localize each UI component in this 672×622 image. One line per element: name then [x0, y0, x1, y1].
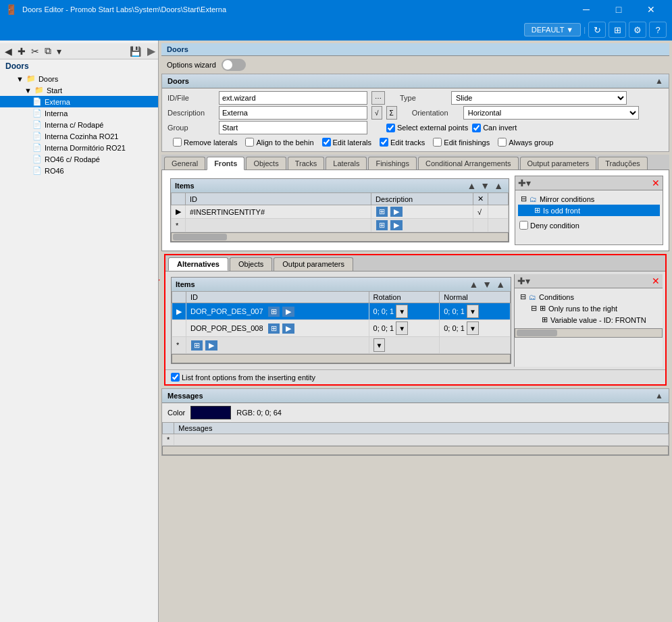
deny-condition-check[interactable]: Deny condition: [519, 221, 658, 230]
list-front-options-check[interactable]: List front options from the inserting en…: [171, 373, 660, 382]
row-arrow-button[interactable]: ▶: [390, 207, 403, 217]
tab-traducoes[interactable]: Traduções: [598, 157, 648, 170]
items-collapse-button[interactable]: ▲: [492, 180, 505, 191]
sidebar-save-button[interactable]: 💾: [128, 45, 143, 57]
sidebar-copy-button[interactable]: ⧉: [43, 45, 53, 57]
is-odd-front-item[interactable]: ⊞ Is odd front: [518, 205, 660, 216]
sidebar-item-interna-cozinha[interactable]: 📄 Interna Cozinha RO21: [0, 130, 158, 142]
empty-browse-alt-button[interactable]: ⊞: [191, 340, 203, 351]
row-browse-1-button[interactable]: ⊞: [268, 307, 280, 317]
row-arrow-2-button[interactable]: ▶: [282, 323, 294, 334]
row-browse-2-button[interactable]: ⊞: [268, 323, 280, 334]
row-normal[interactable]: 0; 0; 1 ▼: [440, 320, 511, 337]
tab-laterals[interactable]: Laterals: [326, 157, 367, 170]
edit-finishings-check[interactable]: Edit finishings: [433, 138, 490, 147]
right-delete-button[interactable]: ✕: [650, 178, 661, 188]
variable-value-item[interactable]: ⊞ Variable value - ID: FRONTN: [517, 314, 660, 326]
row-id[interactable]: DOR_POR_DES_008 ⊞ ▶: [186, 320, 369, 337]
normal-dropdown-1[interactable]: ▼: [467, 305, 479, 318]
sidebar-item-externa[interactable]: 📄 Externa: [0, 96, 158, 107]
row-id[interactable]: #INSERTINGENTITY#: [186, 205, 371, 219]
items-up-button[interactable]: ▲: [465, 180, 477, 191]
sidebar-item-interna-dormitorio[interactable]: 📄 Interna Dormitório RO21: [0, 142, 158, 153]
description-input[interactable]: [219, 106, 367, 120]
conditions-item[interactable]: ⊟ 🗂 Conditions: [517, 291, 660, 303]
row-arrow-1-button[interactable]: ▶: [282, 307, 294, 317]
empty-arrow-alt-button[interactable]: ▶: [205, 340, 217, 351]
color-swatch[interactable]: [190, 406, 231, 419]
rotation-dropdown-2[interactable]: ▼: [396, 321, 408, 335]
tab-conditional-arrangements[interactable]: Conditional Arrangements: [418, 157, 519, 170]
only-runs-item[interactable]: ⊟ ⊞ Only runs to the right: [517, 303, 660, 314]
refresh-button[interactable]: ↻: [588, 22, 606, 38]
empty-rotation-dropdown[interactable]: ▼: [373, 338, 386, 352]
tab-output-parameters[interactable]: Output parameters: [520, 157, 597, 170]
grid-button[interactable]: ⊞: [609, 22, 626, 38]
edit-laterals-check[interactable]: Edit laterals: [322, 138, 371, 147]
edit-tracks-check[interactable]: Edit tracks: [380, 138, 425, 147]
sidebar-item-start[interactable]: ▼ 📁 Start: [0, 84, 158, 96]
default-dropdown-button[interactable]: DEFAULT ▼: [524, 23, 581, 36]
id-file-input[interactable]: [219, 91, 367, 105]
row-id[interactable]: DOR_POR_DES_007 ⊞ ▶: [186, 303, 369, 320]
sidebar-item-ro46[interactable]: 📄 RO46: [0, 165, 158, 176]
rotation-dropdown-1[interactable]: ▼: [396, 305, 408, 318]
close-button[interactable]: ✕: [636, 0, 667, 19]
sidebar-item-interna[interactable]: 📄 Interna: [0, 107, 158, 119]
row-rotation[interactable]: 0; 0; 1 ▼: [369, 303, 440, 320]
sigma-button[interactable]: Σ: [386, 106, 397, 120]
row-browse-button[interactable]: ⊞: [376, 207, 388, 217]
alternatives-scrollbar[interactable]: [172, 354, 511, 363]
tab-general[interactable]: General: [164, 157, 205, 170]
sidebar-back-button[interactable]: ◀: [3, 45, 14, 57]
tab-output-params-sub[interactable]: Output parameters: [274, 257, 353, 271]
type-select[interactable]: Slide: [451, 91, 627, 105]
tab-fronts[interactable]: Fronts: [207, 157, 244, 170]
alt-items-collapse-button[interactable]: ▲: [494, 279, 507, 290]
tab-tracks[interactable]: Tracks: [288, 157, 325, 170]
remove-laterals-check[interactable]: Remove laterals: [173, 138, 237, 147]
normal-dropdown-2[interactable]: ▼: [467, 321, 479, 335]
tab-finishings[interactable]: Finishings: [368, 157, 417, 170]
conditions-scrollbar[interactable]: [515, 328, 663, 338]
always-group-check[interactable]: Always group: [498, 138, 553, 147]
cond-add-dropdown-button[interactable]: ✚▾: [516, 276, 532, 286]
items-down-button[interactable]: ▼: [479, 180, 491, 191]
sidebar-item-doors[interactable]: ▼ 📁 Doors: [0, 73, 158, 84]
sidebar-more-button[interactable]: ▾: [55, 45, 63, 57]
tab-objects-sub[interactable]: Objects: [230, 257, 272, 271]
messages-collapse-button[interactable]: ▲: [655, 391, 663, 400]
empty-arrow-button[interactable]: ▶: [390, 220, 403, 230]
messages-scrollbar[interactable]: [162, 446, 669, 455]
sidebar-item-ro46-rodape[interactable]: 📄 RO46 c/ Rodapé: [0, 153, 158, 165]
id-file-browse-button[interactable]: ⋯: [371, 91, 385, 105]
messages-table-wrapper: Messages *: [162, 422, 669, 446]
sidebar-item-interna-rodape[interactable]: 📄 Interna c/ Rodapé: [0, 119, 158, 130]
align-to-behin-check[interactable]: Align to the behin: [245, 138, 313, 147]
options-wizard-toggle[interactable]: [222, 59, 246, 71]
settings-button[interactable]: ⚙: [629, 22, 646, 38]
right-add-dropdown-button[interactable]: ✚▾: [517, 178, 532, 188]
sidebar-add-button[interactable]: ✚: [16, 45, 28, 57]
empty-browse-button[interactable]: ⊞: [376, 220, 388, 230]
row-rotation[interactable]: 0; 0; 1 ▼: [369, 320, 440, 337]
orientation-select[interactable]: Horizontal: [463, 106, 639, 120]
help-button[interactable]: ?: [649, 22, 667, 38]
row-normal[interactable]: 0; 0; 1 ▼: [440, 303, 511, 320]
select-external-points-check[interactable]: Select external points: [386, 124, 468, 132]
sidebar-cut-button[interactable]: ✂: [29, 45, 41, 57]
can-invert-check[interactable]: Can invert: [472, 124, 517, 132]
alt-items-down-button[interactable]: ▼: [481, 279, 493, 290]
maximize-button[interactable]: □: [603, 0, 634, 19]
minimize-button[interactable]: ─: [571, 0, 602, 19]
mirror-conditions-item[interactable]: ⊟ 🗂 Mirror conditions: [518, 193, 660, 205]
sqrt-button[interactable]: √: [371, 106, 382, 120]
alt-items-up-button[interactable]: ▲: [467, 279, 480, 290]
group-input[interactable]: [219, 121, 367, 134]
tab-objects[interactable]: Objects: [246, 157, 286, 170]
deny-condition-row: Deny condition: [515, 219, 663, 232]
doors-panel-collapse-button[interactable]: ▲: [655, 76, 663, 86]
items-scrollbar[interactable]: [171, 232, 509, 242]
tab-alternatives[interactable]: Alternatives: [168, 257, 228, 271]
cond-delete-button[interactable]: ✕: [650, 276, 661, 286]
